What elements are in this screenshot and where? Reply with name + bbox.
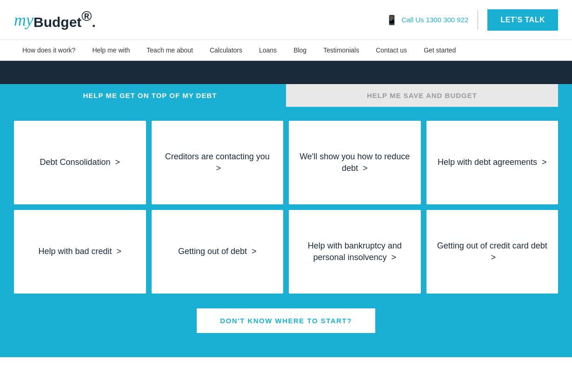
lets-talk-button[interactable]: Let's Talk xyxy=(487,9,558,31)
nav-testimonials[interactable]: Testimonials xyxy=(315,40,367,60)
nav-teach-me[interactable]: Teach me about xyxy=(138,40,201,60)
phone-area[interactable]: 📱 Call Us 1300 300 922 xyxy=(386,14,468,26)
card-bad-credit[interactable]: Help with bad credit > xyxy=(14,210,146,294)
card-grid-row1: Debt Consolidation > Creditors are conta… xyxy=(14,121,558,204)
nav-help-me-with[interactable]: Help me with xyxy=(84,40,138,60)
nav-blog[interactable]: Blog xyxy=(285,40,315,60)
nav-get-started[interactable]: Get started xyxy=(415,40,464,60)
main-nav: How does it work? Help me with Teach me … xyxy=(0,40,572,61)
nav-contact[interactable]: Contact us xyxy=(367,40,415,60)
header-right: 📱 Call Us 1300 300 922 Let's Talk xyxy=(386,9,558,31)
card-debt-consolidation[interactable]: Debt Consolidation > xyxy=(14,121,146,204)
nav-calculators[interactable]: Calculators xyxy=(201,40,251,60)
bottom-btn-area: DON'T KNOW WHERE TO START? xyxy=(14,307,558,334)
logo[interactable]: myBudget®. xyxy=(14,8,96,31)
dont-know-button[interactable]: DON'T KNOW WHERE TO START? xyxy=(196,307,376,334)
card-grid-row2: Help with bad credit > Getting out of de… xyxy=(14,210,558,294)
card-bankruptcy[interactable]: Help with bankruptcy and personal insolv… xyxy=(289,210,421,294)
dark-band xyxy=(0,61,572,84)
main-content: Debt Consolidation > Creditors are conta… xyxy=(0,107,572,357)
phone-label: Call Us 1300 300 922 xyxy=(401,16,468,24)
logo-my: my xyxy=(14,10,33,30)
card-getting-out-of-debt[interactable]: Getting out of debt > xyxy=(152,210,284,294)
tabs-container: HELP ME GET ON TOP OF MY DEBT HELP ME SA… xyxy=(14,84,558,107)
site-header: myBudget®. 📱 Call Us 1300 300 922 Let's … xyxy=(0,0,572,40)
tab-save[interactable]: HELP ME SAVE AND BUDGET xyxy=(286,84,558,107)
tab-debt[interactable]: HELP ME GET ON TOP OF MY DEBT xyxy=(14,84,286,107)
header-divider xyxy=(478,11,478,29)
phone-icon: 📱 xyxy=(386,14,398,26)
card-credit-card-debt[interactable]: Getting out of credit card debt > xyxy=(426,210,559,294)
logo-budget: Budget®. xyxy=(33,8,96,31)
nav-loans[interactable]: Loans xyxy=(251,40,285,60)
card-reduce-debt[interactable]: We'll show you how to reduce debt > xyxy=(289,121,421,204)
nav-how-it-works[interactable]: How does it work? xyxy=(14,40,84,60)
card-debt-agreements[interactable]: Help with debt agreements > xyxy=(426,121,559,204)
card-creditors-contacting[interactable]: Creditors are contacting you > xyxy=(152,121,284,204)
